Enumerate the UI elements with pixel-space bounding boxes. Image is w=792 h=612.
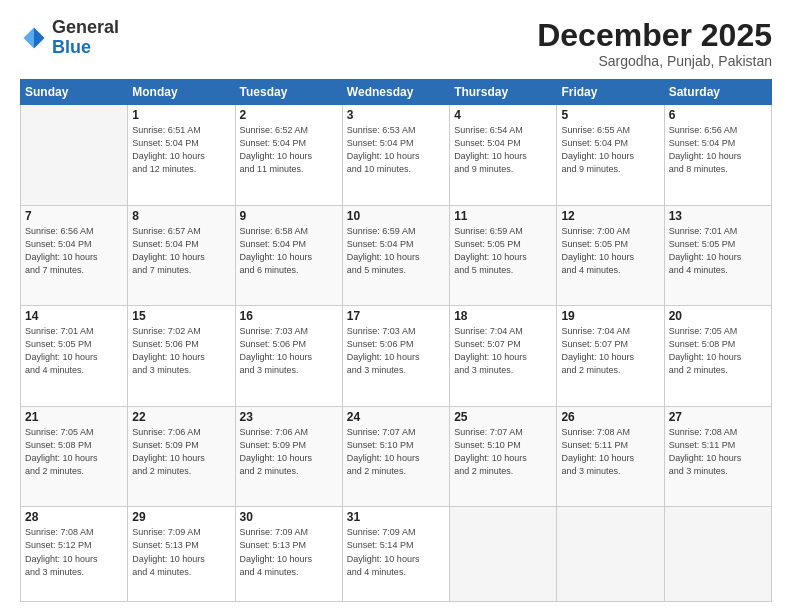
day-info: Sunrise: 7:06 AMSunset: 5:09 PMDaylight:… <box>240 426 338 478</box>
calendar-cell: 5Sunrise: 6:55 AMSunset: 5:04 PMDaylight… <box>557 105 664 206</box>
day-number: 27 <box>669 410 767 424</box>
calendar-week-row: 21Sunrise: 7:05 AMSunset: 5:08 PMDayligh… <box>21 406 772 507</box>
logo: General Blue <box>20 18 119 58</box>
calendar-cell: 18Sunrise: 7:04 AMSunset: 5:07 PMDayligh… <box>450 306 557 407</box>
calendar-cell: 28Sunrise: 7:08 AMSunset: 5:12 PMDayligh… <box>21 507 128 602</box>
col-header-tuesday: Tuesday <box>235 80 342 105</box>
month-year: December 2025 <box>537 18 772 53</box>
col-header-thursday: Thursday <box>450 80 557 105</box>
calendar-cell: 26Sunrise: 7:08 AMSunset: 5:11 PMDayligh… <box>557 406 664 507</box>
logo-general-text: General <box>52 17 119 37</box>
day-number: 29 <box>132 510 230 524</box>
day-info: Sunrise: 6:59 AMSunset: 5:04 PMDaylight:… <box>347 225 445 277</box>
day-number: 5 <box>561 108 659 122</box>
day-info: Sunrise: 7:08 AMSunset: 5:11 PMDaylight:… <box>561 426 659 478</box>
calendar-cell: 3Sunrise: 6:53 AMSunset: 5:04 PMDaylight… <box>342 105 449 206</box>
calendar-week-row: 1Sunrise: 6:51 AMSunset: 5:04 PMDaylight… <box>21 105 772 206</box>
day-number: 8 <box>132 209 230 223</box>
day-info: Sunrise: 7:09 AMSunset: 5:14 PMDaylight:… <box>347 526 445 578</box>
calendar-cell: 24Sunrise: 7:07 AMSunset: 5:10 PMDayligh… <box>342 406 449 507</box>
calendar-header-row: SundayMondayTuesdayWednesdayThursdayFrid… <box>21 80 772 105</box>
day-info: Sunrise: 7:07 AMSunset: 5:10 PMDaylight:… <box>347 426 445 478</box>
calendar-cell: 23Sunrise: 7:06 AMSunset: 5:09 PMDayligh… <box>235 406 342 507</box>
calendar-cell: 15Sunrise: 7:02 AMSunset: 5:06 PMDayligh… <box>128 306 235 407</box>
calendar-cell: 13Sunrise: 7:01 AMSunset: 5:05 PMDayligh… <box>664 205 771 306</box>
day-number: 7 <box>25 209 123 223</box>
location: Sargodha, Punjab, Pakistan <box>537 53 772 69</box>
day-number: 19 <box>561 309 659 323</box>
day-number: 10 <box>347 209 445 223</box>
svg-marker-0 <box>34 27 45 48</box>
day-number: 11 <box>454 209 552 223</box>
calendar-cell: 1Sunrise: 6:51 AMSunset: 5:04 PMDaylight… <box>128 105 235 206</box>
day-info: Sunrise: 7:05 AMSunset: 5:08 PMDaylight:… <box>25 426 123 478</box>
day-info: Sunrise: 6:56 AMSunset: 5:04 PMDaylight:… <box>25 225 123 277</box>
day-number: 25 <box>454 410 552 424</box>
day-number: 2 <box>240 108 338 122</box>
day-info: Sunrise: 7:03 AMSunset: 5:06 PMDaylight:… <box>347 325 445 377</box>
calendar-cell: 7Sunrise: 6:56 AMSunset: 5:04 PMDaylight… <box>21 205 128 306</box>
calendar-cell: 12Sunrise: 7:00 AMSunset: 5:05 PMDayligh… <box>557 205 664 306</box>
calendar-cell: 2Sunrise: 6:52 AMSunset: 5:04 PMDaylight… <box>235 105 342 206</box>
day-number: 14 <box>25 309 123 323</box>
calendar-cell <box>21 105 128 206</box>
day-info: Sunrise: 7:01 AMSunset: 5:05 PMDaylight:… <box>25 325 123 377</box>
day-info: Sunrise: 6:53 AMSunset: 5:04 PMDaylight:… <box>347 124 445 176</box>
calendar-table: SundayMondayTuesdayWednesdayThursdayFrid… <box>20 79 772 602</box>
calendar-cell <box>664 507 771 602</box>
calendar-cell: 9Sunrise: 6:58 AMSunset: 5:04 PMDaylight… <box>235 205 342 306</box>
calendar-cell: 27Sunrise: 7:08 AMSunset: 5:11 PMDayligh… <box>664 406 771 507</box>
day-number: 21 <box>25 410 123 424</box>
logo-blue-text: Blue <box>52 37 91 57</box>
calendar-week-row: 14Sunrise: 7:01 AMSunset: 5:05 PMDayligh… <box>21 306 772 407</box>
day-number: 12 <box>561 209 659 223</box>
page: General Blue December 2025 Sargodha, Pun… <box>0 0 792 612</box>
col-header-friday: Friday <box>557 80 664 105</box>
day-info: Sunrise: 7:06 AMSunset: 5:09 PMDaylight:… <box>132 426 230 478</box>
day-number: 1 <box>132 108 230 122</box>
header: General Blue December 2025 Sargodha, Pun… <box>20 18 772 69</box>
svg-marker-1 <box>24 27 35 48</box>
day-number: 17 <box>347 309 445 323</box>
day-info: Sunrise: 7:08 AMSunset: 5:11 PMDaylight:… <box>669 426 767 478</box>
day-info: Sunrise: 7:08 AMSunset: 5:12 PMDaylight:… <box>25 526 123 578</box>
calendar-cell <box>450 507 557 602</box>
calendar-week-row: 7Sunrise: 6:56 AMSunset: 5:04 PMDaylight… <box>21 205 772 306</box>
logo-icon <box>20 24 48 52</box>
col-header-wednesday: Wednesday <box>342 80 449 105</box>
day-number: 16 <box>240 309 338 323</box>
day-info: Sunrise: 7:02 AMSunset: 5:06 PMDaylight:… <box>132 325 230 377</box>
calendar-cell: 8Sunrise: 6:57 AMSunset: 5:04 PMDaylight… <box>128 205 235 306</box>
day-number: 3 <box>347 108 445 122</box>
day-info: Sunrise: 6:57 AMSunset: 5:04 PMDaylight:… <box>132 225 230 277</box>
calendar-cell: 31Sunrise: 7:09 AMSunset: 5:14 PMDayligh… <box>342 507 449 602</box>
calendar-cell: 19Sunrise: 7:04 AMSunset: 5:07 PMDayligh… <box>557 306 664 407</box>
day-number: 23 <box>240 410 338 424</box>
calendar-cell: 21Sunrise: 7:05 AMSunset: 5:08 PMDayligh… <box>21 406 128 507</box>
calendar-cell: 30Sunrise: 7:09 AMSunset: 5:13 PMDayligh… <box>235 507 342 602</box>
calendar-cell: 6Sunrise: 6:56 AMSunset: 5:04 PMDaylight… <box>664 105 771 206</box>
day-info: Sunrise: 6:58 AMSunset: 5:04 PMDaylight:… <box>240 225 338 277</box>
col-header-sunday: Sunday <box>21 80 128 105</box>
day-info: Sunrise: 6:56 AMSunset: 5:04 PMDaylight:… <box>669 124 767 176</box>
day-number: 26 <box>561 410 659 424</box>
day-info: Sunrise: 7:04 AMSunset: 5:07 PMDaylight:… <box>561 325 659 377</box>
calendar-cell <box>557 507 664 602</box>
calendar-cell: 17Sunrise: 7:03 AMSunset: 5:06 PMDayligh… <box>342 306 449 407</box>
calendar-cell: 25Sunrise: 7:07 AMSunset: 5:10 PMDayligh… <box>450 406 557 507</box>
day-info: Sunrise: 6:59 AMSunset: 5:05 PMDaylight:… <box>454 225 552 277</box>
day-number: 31 <box>347 510 445 524</box>
day-info: Sunrise: 7:03 AMSunset: 5:06 PMDaylight:… <box>240 325 338 377</box>
day-info: Sunrise: 7:01 AMSunset: 5:05 PMDaylight:… <box>669 225 767 277</box>
calendar-cell: 16Sunrise: 7:03 AMSunset: 5:06 PMDayligh… <box>235 306 342 407</box>
calendar-cell: 20Sunrise: 7:05 AMSunset: 5:08 PMDayligh… <box>664 306 771 407</box>
day-number: 20 <box>669 309 767 323</box>
day-number: 13 <box>669 209 767 223</box>
col-header-saturday: Saturday <box>664 80 771 105</box>
day-number: 4 <box>454 108 552 122</box>
calendar-week-row: 28Sunrise: 7:08 AMSunset: 5:12 PMDayligh… <box>21 507 772 602</box>
day-number: 15 <box>132 309 230 323</box>
logo-text: General Blue <box>52 18 119 58</box>
day-info: Sunrise: 7:09 AMSunset: 5:13 PMDaylight:… <box>240 526 338 578</box>
day-info: Sunrise: 7:09 AMSunset: 5:13 PMDaylight:… <box>132 526 230 578</box>
